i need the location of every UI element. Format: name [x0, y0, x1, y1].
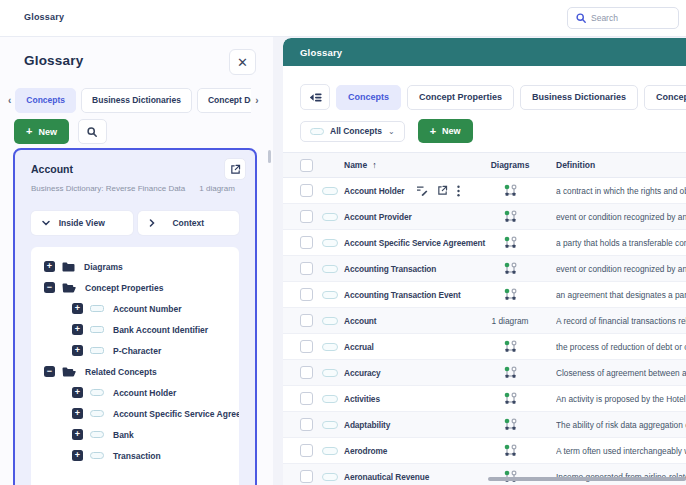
concept-name[interactable]: Activities	[344, 394, 380, 404]
expand-icon[interactable]: +	[72, 303, 83, 314]
row-checkbox[interactable]	[300, 184, 313, 197]
diagram-icon[interactable]	[504, 288, 517, 301]
row-checkbox[interactable]	[300, 262, 313, 275]
panel-search-button[interactable]	[78, 119, 107, 144]
open-in-new-icon[interactable]	[437, 185, 448, 196]
tree-item-account-number[interactable]: +Account Number	[44, 298, 239, 319]
diagram-icon[interactable]	[504, 262, 517, 275]
concept-card-account[interactable]: Account Business Dictionary: Reverse Fin…	[13, 148, 257, 485]
table-row-activities[interactable]: ActivitiesAn activity is proposed by the…	[283, 386, 686, 412]
table-row-adaptability[interactable]: AdaptabilityThe ability of risk data agg…	[283, 412, 686, 438]
concept-name[interactable]: Aerodrome	[344, 446, 387, 456]
expand-icon[interactable]: +	[72, 450, 83, 461]
main-tab-concept-domains[interactable]: Concept Domains	[644, 85, 686, 110]
row-checkbox[interactable]	[300, 392, 313, 405]
inside-view-button[interactable]: Inside View	[31, 211, 133, 235]
diagram-icon[interactable]	[504, 418, 517, 431]
kebab-menu-icon[interactable]	[457, 185, 460, 197]
diagram-icon[interactable]	[504, 444, 517, 457]
tree-item-p-character[interactable]: +P-Character	[44, 340, 239, 361]
horizontal-scrollbar-thumb[interactable]	[488, 477, 686, 481]
expand-icon[interactable]: +	[72, 429, 83, 440]
edit-icon[interactable]	[416, 185, 428, 196]
row-checkbox[interactable]	[300, 470, 313, 483]
diagram-icon[interactable]	[504, 366, 517, 379]
breadcrumb[interactable]: Glossary	[24, 12, 64, 22]
open-concept-button[interactable]	[224, 158, 246, 180]
row-checkbox[interactable]	[300, 236, 313, 249]
panel-tab-business-dictionaries[interactable]: Business Dictionaries	[81, 88, 192, 113]
row-checkbox[interactable]	[300, 444, 313, 457]
table-row-accounting-transaction-event[interactable]: Accounting Transaction Eventan agreement…	[283, 282, 686, 308]
context-button[interactable]: Context	[138, 211, 240, 235]
row-checkbox[interactable]	[300, 288, 313, 301]
table-row-accuracy[interactable]: AccuracyCloseness of agreement between a…	[283, 360, 686, 386]
concept-name[interactable]: Adaptability	[344, 420, 390, 430]
concept-name[interactable]: Account	[344, 316, 377, 326]
panel-new-button[interactable]: + New	[14, 119, 69, 144]
search-input[interactable]	[591, 13, 661, 23]
concept-name[interactable]: Accrual	[344, 342, 374, 352]
tab-scroll-left-icon[interactable]: ‹	[4, 95, 15, 106]
panel-tab-concept-do[interactable]: Concept Do	[197, 88, 251, 113]
table-row-account[interactable]: Account1 diagramA record of financial tr…	[283, 308, 686, 334]
table-row-aeronautical-revenue[interactable]: Aeronautical RevenueIncome generated fro…	[283, 464, 686, 485]
diagrams-column-header[interactable]: Diagrams	[491, 160, 530, 170]
collapse-sidebar-button[interactable]	[300, 84, 330, 110]
concept-name[interactable]: Account Provider	[344, 212, 412, 222]
main-tab-business-dictionaries[interactable]: Business Dictionaries	[520, 85, 638, 110]
concept-name[interactable]: Account Holder	[344, 186, 404, 196]
tree-item-bank-account-identifier[interactable]: +Bank Account Identifier	[44, 319, 239, 340]
expand-icon[interactable]: +	[72, 408, 83, 419]
panel-scrollbar-thumb[interactable]	[268, 150, 271, 163]
diagram-icon[interactable]	[504, 392, 517, 405]
tree-item-diagrams[interactable]: +Diagrams	[44, 256, 239, 277]
diagram-icon[interactable]	[504, 210, 517, 223]
diagram-icon[interactable]	[504, 236, 517, 249]
name-column-header[interactable]: Name	[344, 160, 367, 170]
row-checkbox[interactable]	[300, 340, 313, 353]
main-new-label: New	[442, 126, 461, 136]
concept-name[interactable]: Aeronautical Revenue	[344, 472, 429, 482]
close-panel-button[interactable]: ✕	[229, 49, 256, 75]
expand-icon[interactable]: +	[72, 324, 83, 335]
expand-icon[interactable]: +	[44, 261, 55, 272]
tree-item-related-concepts[interactable]: −Related Concepts	[44, 361, 239, 382]
diagram-icon[interactable]	[504, 184, 517, 197]
row-checkbox[interactable]	[300, 366, 313, 379]
table-row-account-holder[interactable]: Account Holdera contract in which the ri…	[283, 178, 686, 204]
panel-tab-concepts[interactable]: Concepts	[15, 88, 76, 113]
concept-name[interactable]: Accuracy	[344, 368, 381, 378]
tab-scroll-right-icon[interactable]: ›	[251, 95, 262, 106]
expand-icon[interactable]: +	[72, 387, 83, 398]
tree-item-concept-properties[interactable]: −Concept Properties	[44, 277, 239, 298]
table-row-account-specific-service-agreement[interactable]: Account Specific Service Agreementa part…	[283, 230, 686, 256]
collapse-icon[interactable]: −	[44, 282, 55, 293]
sort-asc-icon[interactable]: ↑	[372, 160, 377, 170]
concept-name[interactable]: Accounting Transaction Event	[344, 290, 461, 300]
row-checkbox[interactable]	[300, 418, 313, 431]
chevron-right-icon	[149, 219, 155, 227]
table-row-accounting-transaction[interactable]: Accounting Transactionevent or condition…	[283, 256, 686, 282]
table-row-accrual[interactable]: Accrualthe process of reduction of debt …	[283, 334, 686, 360]
tree-item-account-holder[interactable]: +Account Holder	[44, 382, 239, 403]
tree-item-bank[interactable]: +Bank	[44, 424, 239, 445]
table-row-aerodrome[interactable]: AerodromeA term often used interchangeab…	[283, 438, 686, 464]
main-new-button[interactable]: + New	[418, 119, 473, 143]
row-checkbox[interactable]	[300, 210, 313, 223]
select-all-checkbox[interactable]	[300, 159, 313, 172]
main-tab-concept-properties[interactable]: Concept Properties	[407, 85, 514, 110]
main-tab-concepts[interactable]: Concepts	[336, 85, 401, 110]
tree-item-transaction[interactable]: +Transaction	[44, 445, 239, 466]
concept-filter-dropdown[interactable]: All Concepts ⌄	[300, 121, 405, 142]
expand-icon[interactable]: +	[72, 345, 83, 356]
concept-name[interactable]: Accounting Transaction	[344, 264, 436, 274]
row-checkbox[interactable]	[300, 314, 313, 327]
table-row-account-provider[interactable]: Account Providerevent or condition recog…	[283, 204, 686, 230]
global-search[interactable]	[567, 7, 679, 29]
diagram-icon[interactable]	[504, 340, 517, 353]
collapse-icon[interactable]: −	[44, 366, 55, 377]
definition-column-header[interactable]: Definition	[556, 160, 595, 170]
concept-name[interactable]: Account Specific Service Agreement	[344, 238, 485, 248]
tree-item-account-specific-service-agreement[interactable]: +Account Specific Service Agreement	[44, 403, 239, 424]
